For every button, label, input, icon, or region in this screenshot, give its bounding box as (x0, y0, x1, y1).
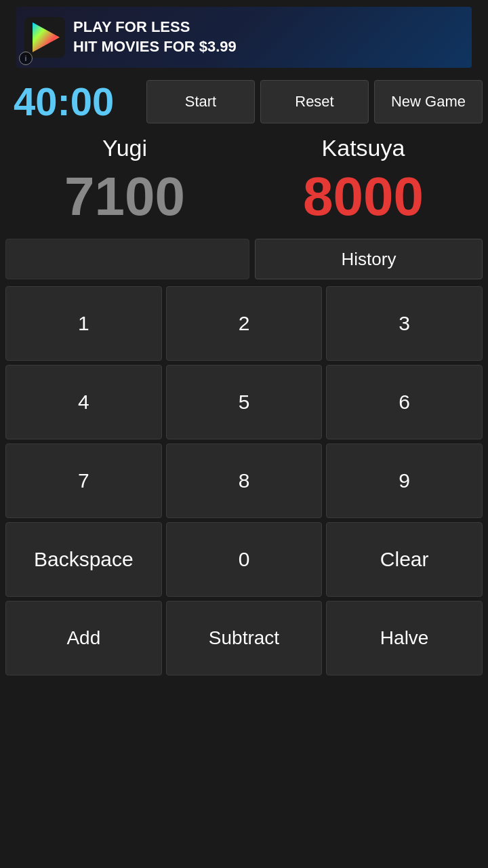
add-button[interactable]: Add (5, 601, 162, 675)
key-8[interactable]: 8 (166, 443, 323, 518)
player2-score: 8000 (303, 165, 424, 228)
key-3[interactable]: 3 (326, 286, 483, 361)
player1-col: Yugi 7100 (5, 135, 244, 228)
timer-display: 40:00 (5, 73, 141, 130)
key-2[interactable]: 2 (166, 286, 323, 361)
ad-info-icon[interactable]: i (19, 52, 33, 65)
key-1[interactable]: 1 (5, 286, 162, 361)
player2-col: Katsuya 8000 (244, 135, 483, 228)
key-0[interactable]: 0 (166, 522, 323, 597)
key-backspace[interactable]: Backspace (5, 522, 162, 597)
halve-button[interactable]: Halve (326, 601, 483, 675)
action-row: Add Subtract Halve (0, 601, 488, 675)
player1-score: 7100 (64, 165, 185, 228)
key-7[interactable]: 7 (5, 443, 162, 518)
calc-input[interactable] (5, 239, 249, 279)
ad-banner[interactable]: PLAY FOR LESS HIT MOVIES FOR $3.99 i (16, 7, 472, 68)
history-button[interactable]: History (255, 239, 483, 279)
keypad: 1 2 3 4 5 6 7 8 9 Backspace 0 Clear (0, 286, 488, 597)
key-6[interactable]: 6 (326, 365, 483, 439)
scores-row: Yugi 7100 Katsuya 8000 (0, 135, 488, 228)
new-game-button[interactable]: New Game (374, 80, 483, 123)
key-clear[interactable]: Clear (326, 522, 483, 597)
input-history-row: History (0, 239, 488, 279)
start-button[interactable]: Start (146, 80, 255, 123)
key-4[interactable]: 4 (5, 365, 162, 439)
reset-button[interactable]: Reset (260, 80, 369, 123)
google-play-icon (24, 17, 65, 58)
player1-name: Yugi (102, 135, 147, 161)
subtract-button[interactable]: Subtract (166, 601, 323, 675)
key-5[interactable]: 5 (166, 365, 323, 439)
key-9[interactable]: 9 (326, 443, 483, 518)
timer-row: 40:00 Start Reset New Game (0, 73, 488, 130)
player2-name: Katsuya (322, 135, 405, 161)
ad-text: PLAY FOR LESS HIT MOVIES FOR $3.99 (73, 18, 237, 56)
